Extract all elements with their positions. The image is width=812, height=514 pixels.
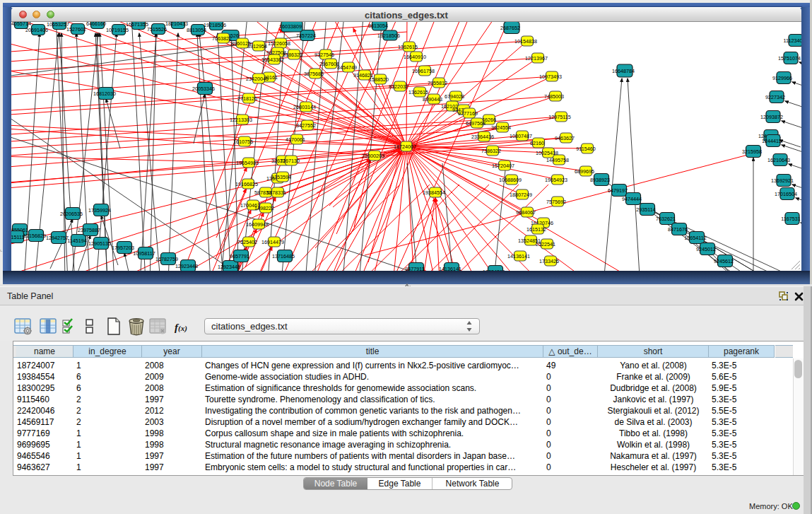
svg-text:1145194: 1145194 [67, 238, 86, 244]
svg-text:19654985: 19654985 [236, 160, 259, 166]
svg-text:10719155: 10719155 [106, 27, 129, 33]
svg-text:25300203: 25300203 [362, 153, 384, 159]
svg-text:15751074: 15751074 [778, 55, 801, 62]
svg-text:9129966: 9129966 [772, 75, 792, 81]
svg-text:9777169: 9777169 [458, 110, 478, 117]
svg-text:16671355: 16671355 [126, 22, 148, 28]
svg-text:1733426: 1733426 [539, 258, 559, 264]
svg-text:23420046: 23420046 [246, 76, 269, 82]
svg-text:5878331: 5878331 [266, 189, 286, 196]
svg-text:14136141: 14136141 [507, 253, 530, 259]
svg-text:3267130: 3267130 [280, 158, 300, 164]
svg-text:7485003: 7485003 [544, 93, 564, 100]
svg-text:2935114: 2935114 [636, 206, 655, 213]
svg-text:17334261: 17334261 [483, 269, 505, 271]
svg-text:17957203: 17957203 [112, 245, 134, 251]
svg-text:8938923: 8938923 [590, 177, 610, 183]
svg-text:9474444: 9474444 [622, 196, 642, 202]
svg-text:26803144: 26803144 [293, 104, 316, 110]
svg-text:8990443: 8990443 [423, 96, 442, 103]
svg-text:3915111: 3915111 [11, 234, 24, 240]
svg-text:8471676: 8471676 [668, 226, 688, 233]
svg-text:12093872: 12093872 [760, 114, 783, 120]
svg-text:12156829: 12156829 [23, 233, 46, 239]
svg-text:19654923: 19654923 [545, 177, 567, 183]
svg-text:19166825: 19166825 [235, 181, 258, 187]
svg-text:7575692: 7575692 [546, 199, 566, 205]
svg-text:9684067: 9684067 [516, 209, 536, 216]
svg-text:12923448: 12923448 [218, 264, 240, 270]
svg-text:16210643: 16210643 [767, 157, 790, 163]
svg-text:7663822: 7663822 [212, 35, 232, 42]
svg-text:18724007: 18724007 [394, 144, 416, 150]
svg-text:23975887: 23975887 [78, 227, 100, 233]
svg-text:6794028: 6794028 [445, 93, 464, 100]
svg-text:12923448: 12923448 [175, 263, 198, 269]
svg-text:10807487: 10807487 [510, 133, 532, 139]
svg-text:2718126: 2718126 [237, 95, 257, 102]
svg-text:1588520: 1588520 [369, 76, 389, 83]
svg-text:7632621: 7632621 [656, 216, 676, 222]
svg-text:18210433: 18210433 [165, 22, 188, 27]
svg-text:9227342: 9227342 [765, 94, 785, 100]
svg-text:9463627: 9463627 [555, 135, 575, 141]
svg-text:17016504: 17016504 [775, 191, 797, 197]
svg-text:6479197: 6479197 [608, 187, 628, 194]
svg-text:12942757: 12942757 [46, 235, 69, 241]
svg-text:9657791: 9657791 [230, 253, 249, 259]
svg-text:8454749: 8454749 [337, 64, 357, 71]
svg-text:1167531: 1167531 [781, 216, 800, 222]
svg-text:9477911: 9477911 [405, 266, 424, 271]
svg-text:7955812: 7955812 [428, 80, 447, 86]
svg-text:19218506: 19218506 [377, 33, 400, 39]
svg-text:16961758: 16961758 [412, 68, 435, 74]
svg-text:19384554: 19384554 [423, 189, 445, 196]
svg-text:16812030: 16812030 [93, 90, 116, 97]
svg-text:16782759: 16782759 [155, 256, 178, 262]
svg-text:14136141: 14136141 [439, 266, 461, 271]
svg-text:9245612: 9245612 [714, 258, 734, 264]
svg-text:8322037: 8322037 [389, 83, 408, 90]
svg-text:10973493: 10973493 [539, 74, 562, 80]
svg-text:3215958: 3215958 [742, 148, 762, 155]
svg-text:20691406: 20691406 [25, 27, 48, 33]
svg-text:2687652: 2687652 [500, 25, 520, 31]
svg-text:9327546: 9327546 [314, 52, 334, 58]
svg-text:12213303: 12213303 [230, 117, 252, 123]
svg-text:16543362: 16543362 [261, 57, 284, 63]
svg-text:9245012: 9245012 [696, 246, 716, 252]
svg-text:15720407: 15720407 [492, 163, 514, 169]
svg-text:17359924: 17359924 [88, 207, 111, 214]
svg-text:6466160: 6466160 [86, 22, 106, 27]
svg-text:1498222: 1498222 [254, 205, 274, 211]
svg-text:8912954: 8912954 [247, 43, 267, 49]
svg-text:1362615: 1362615 [398, 44, 418, 50]
svg-text:20053346: 20053346 [192, 86, 215, 92]
svg-text:10958117: 10958117 [133, 250, 155, 257]
svg-text:8186323: 8186323 [283, 52, 302, 58]
svg-text:23364436: 23364436 [471, 134, 494, 140]
svg-text:10688609: 10688609 [499, 177, 522, 183]
svg-text:20206535: 20206535 [60, 211, 83, 217]
svg-text:16033809: 16033809 [279, 23, 302, 30]
svg-text:8427552: 8427552 [296, 122, 316, 129]
svg-text:1362615: 1362615 [408, 89, 428, 95]
svg-text:12213967: 12213967 [525, 55, 548, 62]
svg-text:1615132: 1615132 [526, 226, 546, 233]
svg-text:16640910: 16640910 [404, 54, 426, 60]
svg-text:2967608: 2967608 [319, 61, 339, 67]
svg-text:2522541: 2522541 [536, 241, 555, 247]
svg-text:18807249: 18807249 [510, 192, 532, 198]
svg-text:7515526: 7515526 [147, 26, 167, 33]
svg-text:7386322: 7386322 [481, 148, 501, 154]
svg-text:1527602: 1527602 [66, 26, 86, 33]
svg-text:7357224: 7357224 [296, 33, 316, 39]
svg-text:3875685: 3875685 [304, 71, 324, 77]
svg-text:16914479: 16914479 [261, 239, 284, 245]
svg-text:6899695: 6899695 [575, 168, 594, 175]
svg-text:15226058: 15226058 [268, 40, 290, 47]
svg-text:12905135: 12905135 [88, 240, 111, 247]
svg-text:4170061: 4170061 [286, 136, 305, 143]
svg-text:3624554: 3624554 [491, 124, 511, 131]
svg-text:10154838: 10154838 [514, 38, 537, 45]
